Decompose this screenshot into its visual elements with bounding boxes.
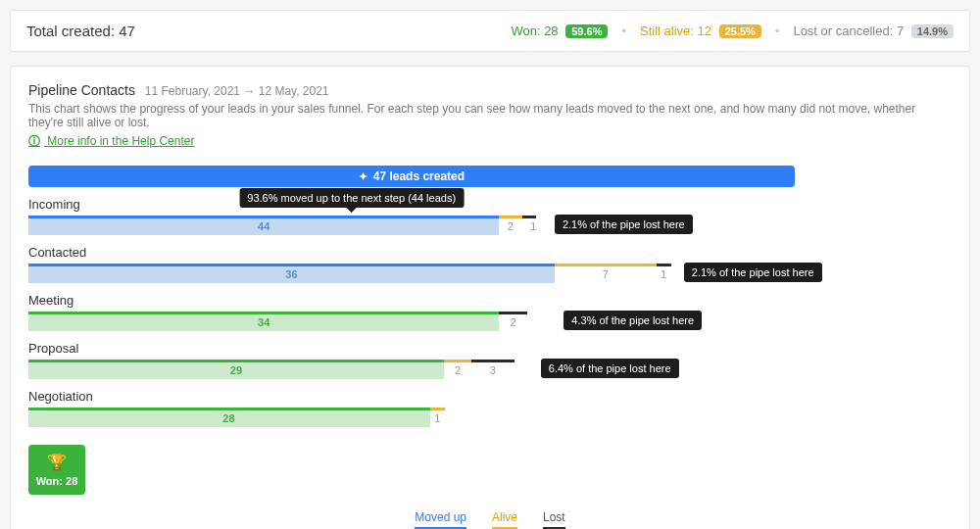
stage-proposal: Proposal 29 2 3 6.4% of the pipe lost he… (28, 341, 952, 379)
panel-description: This chart shows the progress of your le… (28, 102, 952, 129)
alive-pct-badge: 25.5% (719, 24, 761, 38)
panel-title-row: Pipeline Contacts 11 February, 2021 → 12… (28, 82, 952, 98)
stage-label: Incoming (28, 197, 952, 212)
won-value: 28 (544, 24, 558, 38)
created-bar-text: 47 leads created (373, 169, 465, 183)
alive-value: 12 (698, 24, 711, 38)
date-to: 12 May, 2021 (259, 84, 329, 98)
total-value: 47 (119, 23, 135, 39)
lost-tooltip: 2.1% of the pipe lost here (684, 263, 822, 282)
legend: Moved up Alive Lost (28, 510, 952, 529)
stat-lost: Lost or cancelled: 7 14.9% (793, 24, 954, 38)
total-label: Total created: (26, 23, 115, 39)
stage-incoming: Incoming 44 2 1 2.1% of the pipe lost he… (28, 197, 952, 235)
stat-alive: Still alive: 12 25.5% (640, 24, 761, 38)
lost-label: Lost or cancelled: (793, 24, 893, 38)
help-link-text: More info in the Help Center (47, 134, 194, 148)
help-link[interactable]: ⓘ More info in the Help Center (28, 134, 194, 148)
legend-moved[interactable]: Moved up (415, 510, 466, 529)
stat-won: Won: 28 59.6% (511, 24, 608, 38)
seg-alive-value: 2 (455, 364, 461, 376)
funnel-panel: Pipeline Contacts 11 February, 2021 → 12… (10, 66, 970, 529)
seg-moved-value: 28 (222, 412, 234, 424)
trophy-icon: 🏆 (32, 453, 81, 471)
separator-dot: • (775, 24, 780, 38)
date-from: 11 February, 2021 (145, 84, 240, 98)
date-arrow-icon: → (243, 84, 255, 98)
stats-right: Won: 28 59.6% • Still alive: 12 25.5% • … (511, 24, 954, 38)
stage-meeting: Meeting 34 2 4.3% of the pipe lost here (28, 293, 952, 331)
seg-lost-value: 2 (510, 316, 515, 328)
seg-moved-value: 44 (258, 220, 270, 232)
stage-label: Proposal (28, 341, 952, 356)
won-label: Won: (511, 24, 540, 38)
panel-dates: 11 February, 2021 → 12 May, 2021 (145, 84, 329, 98)
created-bar[interactable]: ✦ 47 leads created (28, 166, 795, 187)
seg-alive-value: 7 (603, 268, 609, 280)
stage-bar-row: 34 2 4.3% of the pipe lost here (28, 312, 952, 331)
sparkle-icon: ✦ (359, 170, 368, 183)
seg-moved-value: 29 (230, 364, 242, 376)
stage-label: Negotiation (28, 389, 952, 404)
info-icon: ⓘ (28, 134, 40, 148)
stage-bar-row: 36 7 1 2.1% of the pipe lost here (28, 264, 952, 283)
legend-alive[interactable]: Alive (492, 510, 517, 529)
seg-lost-value: 3 (490, 364, 496, 376)
seg-alive-value: 1 (434, 412, 440, 424)
stage-bar-row: 28 1 (28, 408, 952, 427)
stage-contacted: Contacted 36 7 1 2.1% of the pipe lost h… (28, 245, 952, 283)
stage-bar-row: 44 2 1 2.1% of the pipe lost here 93.6% … (28, 216, 952, 235)
moved-tooltip: 93.6% moved up to the next step (44 lead… (239, 188, 464, 208)
lost-tooltip: 6.4% of the pipe lost here (541, 359, 679, 378)
total-created: Total created: 47 (26, 23, 135, 39)
lost-pct-badge: 14.9% (911, 24, 954, 38)
legend-lost[interactable]: Lost (543, 510, 565, 529)
lost-value: 7 (897, 24, 904, 38)
separator-dot: • (621, 24, 626, 38)
stage-bar-row: 29 2 3 6.4% of the pipe lost here (28, 360, 952, 379)
alive-label: Still alive: (640, 24, 694, 38)
won-box-text: Won: 28 (32, 475, 81, 487)
seg-lost-value: 1 (530, 220, 536, 232)
lost-tooltip: 4.3% of the pipe lost here (564, 311, 702, 330)
lost-tooltip: 2.1% of the pipe lost here (555, 215, 693, 234)
stats-bar: Total created: 47 Won: 28 59.6% • Still … (10, 10, 970, 52)
panel-title: Pipeline Contacts (28, 82, 135, 98)
stage-negotiation: Negotiation 28 1 (28, 389, 952, 427)
seg-moved-value: 34 (258, 316, 270, 328)
seg-moved-value: 36 (285, 268, 297, 280)
stage-label: Contacted (28, 245, 952, 260)
seg-lost-value: 1 (661, 268, 666, 280)
stage-label: Meeting (28, 293, 952, 308)
funnel-chart: ✦ 47 leads created Incoming 44 2 1 2.1% … (28, 166, 952, 529)
seg-alive-value: 2 (508, 220, 514, 232)
won-pct-badge: 59.6% (565, 24, 608, 38)
won-box[interactable]: 🏆 Won: 28 (28, 445, 85, 495)
